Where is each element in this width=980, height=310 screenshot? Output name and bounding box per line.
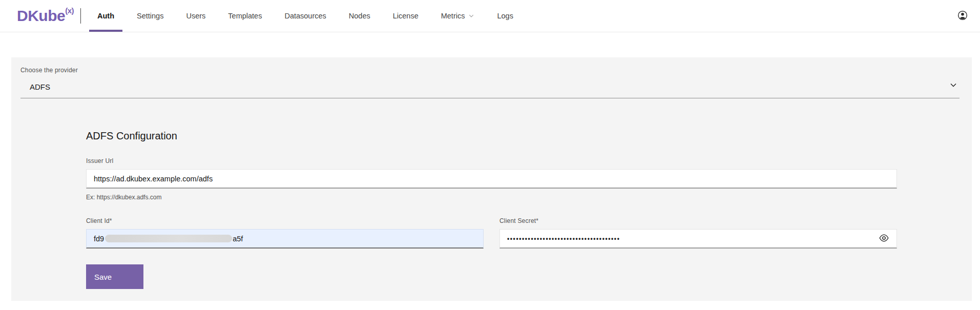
tab-label: Datasources (284, 12, 326, 20)
provider-block: Choose the provider ADFS (11, 57, 972, 98)
tab-templates[interactable]: Templates (220, 0, 270, 32)
credentials-row: Client Id* fd9a5f Client Secret* •••••••… (86, 202, 897, 249)
chevron-down-icon (468, 13, 474, 19)
provider-selected-value: ADFS (30, 82, 50, 91)
tab-datasources[interactable]: Datasources (276, 0, 334, 32)
tab-license[interactable]: License (385, 0, 427, 32)
client-id-value-suffix: a5f (233, 235, 243, 243)
tab-label: Logs (497, 12, 513, 20)
client-secret-column: Client Secret* •••••••••••••••••••••••••… (499, 202, 897, 249)
toggle-secret-visibility-button[interactable] (877, 231, 891, 247)
tab-label: License (393, 12, 419, 20)
user-account-button[interactable] (957, 10, 968, 22)
client-id-label: Client Id* (86, 217, 484, 224)
client-id-redacted-blob (105, 235, 232, 242)
tab-logs[interactable]: Logs (489, 0, 521, 32)
logo-text: DKube (17, 7, 65, 24)
app-logo[interactable]: DKube(x) (17, 7, 74, 25)
client-id-value-prefix: fd9 (94, 235, 104, 243)
tab-auth[interactable]: Auth (89, 0, 122, 32)
tab-label: Users (186, 12, 205, 20)
tab-users[interactable]: Users (178, 0, 214, 32)
save-button[interactable]: Save (86, 264, 143, 289)
auth-panel: Choose the provider ADFS ADFS Configurat… (11, 57, 972, 301)
client-secret-input[interactable]: •••••••••••••••••••••••••••••••••••••• (499, 229, 897, 249)
issuer-url-input[interactable]: https://ad.dkubex.example.com/adfs (86, 169, 897, 189)
provider-label: Choose the provider (20, 67, 972, 74)
provider-select[interactable]: ADFS (20, 74, 960, 98)
tab-nodes[interactable]: Nodes (341, 0, 379, 32)
client-id-column: Client Id* fd9a5f (86, 202, 484, 249)
eye-icon (879, 233, 889, 245)
tab-label: Templates (228, 12, 262, 20)
adfs-config-form: ADFS Configuration Issuer Url https://ad… (11, 130, 972, 289)
main-nav: Auth Settings Users Templates Datasource… (89, 0, 522, 32)
client-secret-masked-value: •••••••••••••••••••••••••••••••••••••• (507, 229, 620, 249)
tab-label: Settings (137, 12, 163, 20)
header-divider (80, 8, 81, 24)
tab-label: Metrics (441, 12, 465, 20)
issuer-url-helper: Ex: https://dkubex.adfs.com (86, 194, 897, 201)
form-title: ADFS Configuration (86, 130, 897, 142)
user-account-icon (957, 10, 968, 22)
issuer-url-label: Issuer Url (86, 157, 897, 164)
tab-label: Auth (97, 12, 114, 20)
client-secret-label: Client Secret* (499, 217, 897, 224)
chevron-down-icon (949, 81, 957, 91)
tab-label: Nodes (349, 12, 370, 20)
tab-metrics[interactable]: Metrics (433, 0, 483, 32)
issuer-url-value: https://ad.dkubex.example.com/adfs (94, 175, 213, 183)
tab-settings[interactable]: Settings (129, 0, 172, 32)
app-header: DKube(x) Auth Settings Users Templates D… (0, 0, 980, 32)
logo-superscript: (x) (65, 6, 74, 15)
client-id-input[interactable]: fd9a5f (86, 229, 484, 249)
